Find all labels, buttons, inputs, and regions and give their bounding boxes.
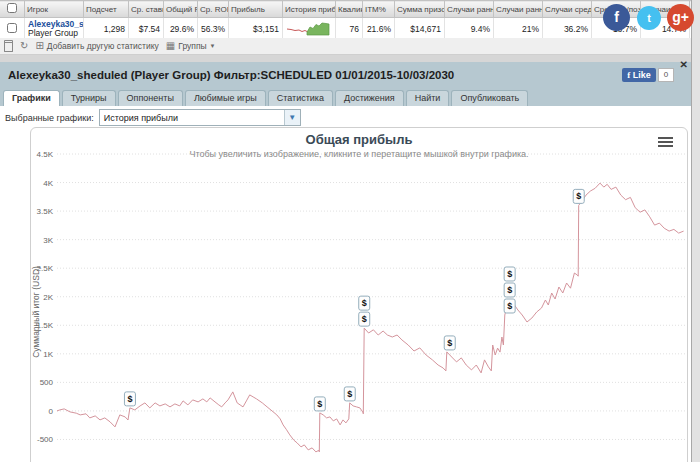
qualify-marker-label: $ (507, 301, 512, 311)
groups-button[interactable]: ▦ Группы ▼ (166, 41, 216, 51)
tab-найти[interactable]: Найти (406, 90, 450, 106)
column-header-prizes[interactable]: Сумма призов (395, 1, 445, 18)
column-header-cb[interactable] (0, 1, 25, 18)
graph-select-label: Выбранные графики: (5, 113, 94, 123)
y-axis-tick-label: 2K (43, 293, 53, 302)
stat-cell-early2: 21% (494, 18, 543, 40)
player-group-label: Player Group (28, 29, 80, 38)
panel-content: Выбранные графики: История прибыли ▼ 4.5… (0, 106, 692, 462)
groups-label: Группы (178, 41, 206, 51)
qualify-marker-label: $ (507, 269, 512, 279)
chart-title: Общая прибыль (31, 132, 687, 147)
profit-sparkline-cell (283, 18, 336, 40)
y-axis-title: Суммарный итог (USD) (31, 266, 41, 358)
dropdown-arrow-icon[interactable]: ▼ (284, 110, 300, 125)
row-checkbox-cell (0, 18, 25, 40)
column-header-total_rc[interactable]: Общий RC (164, 1, 198, 18)
y-axis-tick-label: 3K (43, 236, 53, 245)
profit-chart[interactable]: 4.5K4K3.5K3K2.5K2K1.5K1K5000-500-1KСумма… (30, 127, 688, 462)
profit-line-series (57, 183, 684, 452)
tab-любимые игры[interactable]: Любимые игры (185, 90, 266, 106)
qualify-marker-label: $ (362, 298, 367, 308)
qualify-marker-label: $ (576, 191, 581, 201)
stat-cell-prizes: $14,671 (395, 18, 445, 40)
tab-турниры[interactable]: Турниры (62, 90, 116, 106)
tab-статистика[interactable]: Статистика (268, 90, 333, 106)
tab-достижения[interactable]: Достижения (335, 90, 404, 106)
player-name-cell: Alexeyka30_shPlayer Group (25, 18, 84, 40)
column-header-early1[interactable]: Случаи ранн (445, 1, 494, 18)
add-statistic-icon: ⊞ (35, 41, 43, 51)
chevron-down-icon: ▼ (210, 43, 216, 49)
column-header-early2[interactable]: Случаи ранн (494, 1, 543, 18)
facebook-icon[interactable]: f (603, 4, 630, 31)
stat-cell-av_roi: 56.3% (198, 18, 229, 40)
stat-cell-count: 1,298 (84, 18, 129, 40)
column-header-itm[interactable]: ITM% (363, 1, 395, 18)
chart-canvas[interactable]: 4.5K4K3.5K3K2.5K2K1.5K1K5000-500-1KСумма… (31, 128, 687, 462)
column-header-av_roi[interactable]: Ср. ROI (198, 1, 229, 18)
column-header-av_stake[interactable]: Ср. ставки (129, 1, 164, 18)
trash-icon[interactable] (4, 40, 13, 52)
qualify-marker-label: $ (362, 314, 367, 324)
select-all-checkbox[interactable] (7, 3, 17, 13)
column-header-spark[interactable]: История прибыли (283, 1, 336, 18)
chart-subtitle: Чтобы увеличить изображение, кликните и … (31, 149, 687, 159)
facebook-icon: f (627, 70, 630, 80)
stat-cell-qualifies: 76 (336, 18, 363, 40)
graph-select-value: История прибыли (104, 113, 178, 123)
stat-cell-early1: 9.4% (445, 18, 494, 40)
y-axis-tick-label: 1K (43, 350, 53, 359)
y-axis-tick-label: 0 (49, 407, 54, 416)
close-icon[interactable]: ✕ (680, 60, 688, 70)
twitter-icon[interactable]: t (637, 6, 661, 30)
column-header-player[interactable]: Игрок (25, 1, 84, 18)
stat-cell-mid: 36.2% (543, 18, 592, 40)
column-header-qualifies[interactable]: Квалик (336, 1, 363, 18)
page-title: Alexeyka30_sheduled (Player Group) Фильт… (8, 69, 454, 81)
scrollbar[interactable] (691, 0, 700, 462)
tab-опубликовать[interactable]: Опубликовать (451, 90, 528, 106)
stat-cell-av_stake: $7.54 (129, 18, 164, 40)
page: { "table": { "columns": [ {"label":"","k… (0, 0, 700, 462)
column-header-count[interactable]: Подсчет (84, 1, 129, 18)
table-row[interactable]: Alexeyka30_shPlayer Group1,298$7.5429.6%… (0, 18, 700, 40)
column-header-mid[interactable]: Случаи сред (543, 1, 592, 18)
y-axis-tick-label: 3.5K (37, 207, 54, 216)
qualify-marker-label: $ (127, 394, 132, 404)
table-toolbar: ↻ ⊞ Добавить другую статистику ▦ Группы … (0, 38, 692, 55)
add-statistic-button[interactable]: ⊞ Добавить другую статистику (35, 41, 158, 51)
stat-cell-itm: 21.6% (363, 18, 395, 40)
qualify-marker-label: $ (447, 338, 452, 348)
panel-titlebar: Alexeyka30_sheduled (Player Group) Фильт… (0, 62, 692, 88)
refresh-icon[interactable]: ↻ (20, 41, 28, 51)
chart-menu-icon[interactable] (658, 137, 673, 149)
profit-sparkline (286, 20, 330, 36)
add-statistic-label: Добавить другую статистику (47, 41, 159, 51)
tab-графики[interactable]: Графики (3, 90, 60, 107)
groups-icon: ▦ (166, 41, 175, 51)
google-plus-icon[interactable]: g+ (667, 4, 694, 31)
facebook-like-button[interactable]: f Like (622, 68, 656, 82)
player-stats-table: ИгрокПодсчетСр. ставкиОбщий RCСр. ROIПри… (0, 0, 700, 40)
tab-оппоненты[interactable]: Оппоненты (118, 90, 183, 106)
y-axis-tick-label: 4K (43, 179, 53, 188)
main-panel: Alexeyka30_sheduled (Player Group) Фильт… (0, 62, 692, 462)
y-axis-tick-label: -500 (37, 435, 54, 444)
column-header-profit[interactable]: Прибыль (229, 1, 283, 18)
qualify-marker-label: $ (317, 399, 322, 409)
stat-cell-total_rc: 29.6% (164, 18, 198, 40)
y-axis-tick-label: 500 (40, 378, 54, 387)
qualify-marker-label: $ (347, 389, 352, 399)
qualify-marker-label: $ (507, 285, 512, 295)
row-checkbox[interactable] (7, 23, 17, 33)
graph-select-dropdown[interactable]: История прибыли ▼ (99, 109, 301, 126)
tab-bar: ГрафикиТурнирыОппонентыЛюбимые игрыСтати… (0, 88, 692, 106)
like-count-badge: 0 (658, 68, 674, 82)
stat-cell-profit: $3,151 (229, 18, 283, 40)
